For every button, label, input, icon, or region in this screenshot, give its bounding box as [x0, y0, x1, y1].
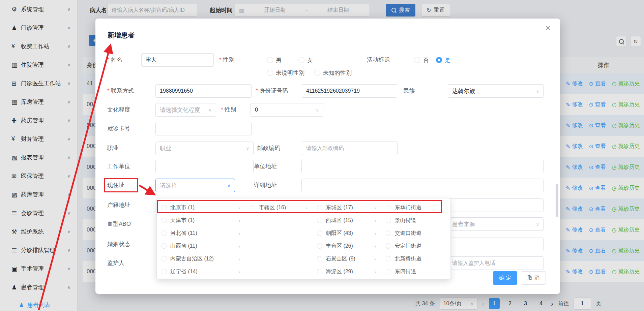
work-addr-input[interactable]: [301, 160, 544, 173]
gender-radio-unknown[interactable]: 未知的性别: [314, 66, 352, 80]
screen: 病人名称 起始时间 ▦ 开始日期 - 结束日期 搜索 ↻ 重置 + ↻ 身份 操…: [0, 0, 644, 311]
cascader-option-beixinqiao[interactable]: 北新桥街道: [381, 252, 450, 265]
chevron-right-icon: ›: [238, 205, 240, 211]
chevron-down-icon: ∨: [208, 107, 212, 113]
gender2-select[interactable]: 0∨: [251, 103, 323, 117]
radio-icon: [162, 218, 167, 223]
radio-icon: [386, 218, 391, 223]
dialog-title: 新增患者: [108, 31, 135, 40]
close-icon[interactable]: ×: [545, 23, 551, 33]
chevron-right-icon: ›: [238, 243, 240, 249]
cascader-option-shanxi[interactable]: 山西省 (11)›: [157, 240, 245, 252]
gender-radio-unstated[interactable]: 未说明性别: [267, 66, 304, 80]
gender-label: 性别: [219, 53, 234, 67]
marriage-label: 婚姻状态: [107, 238, 130, 251]
radio-icon: [386, 230, 391, 236]
cascader-option-tianjin[interactable]: 天津市 (1)›: [157, 214, 245, 227]
radio-icon: [162, 256, 167, 261]
modal-scrollbar[interactable]: [556, 184, 558, 217]
radio-icon: [314, 70, 320, 76]
cascader-option-liaoning[interactable]: 辽宁省 (14)›: [157, 265, 245, 278]
cascader-option-beijing[interactable]: 北京市 (1)›: [157, 201, 245, 214]
confirm-button[interactable]: 确 定: [493, 271, 517, 285]
radio-icon: [267, 70, 273, 76]
marriage-extra-input[interactable]: [448, 238, 544, 251]
work-unit-input[interactable]: [155, 160, 254, 173]
radio-icon: [386, 243, 391, 249]
cascader-option-haidian[interactable]: 海淀区 (29)›: [312, 265, 381, 278]
name-label: 姓名: [107, 53, 122, 67]
idcard-input[interactable]: [302, 84, 397, 98]
chevron-right-icon: ›: [238, 256, 240, 262]
radio-icon: [267, 57, 273, 63]
radio-icon: [162, 243, 167, 249]
postal-input[interactable]: [302, 142, 398, 155]
patient-source-select[interactable]: 患者来源∨: [448, 217, 544, 231]
chevron-right-icon: ›: [374, 205, 376, 211]
contact-input[interactable]: [155, 84, 252, 98]
radio-icon: [386, 205, 391, 210]
chevron-right-icon: ›: [238, 269, 240, 275]
visit-card-label: 就诊卡号: [107, 122, 130, 135]
ethnic-label: 民族: [403, 84, 415, 98]
address-cascader-dropdown: 北京市 (1)› 天津市 (1)› 河北省 (11)› 山西省 (11)› 内蒙…: [156, 198, 451, 279]
postal-label: 邮政编码: [257, 142, 280, 155]
name-input[interactable]: [141, 53, 214, 67]
radio-icon: [250, 205, 255, 210]
education-label: 文化程度: [107, 103, 130, 117]
idcard-label: 身份证号码: [256, 84, 288, 98]
radio-icon: [317, 218, 322, 223]
cascader-option-andingmen[interactable]: 安定门街道: [381, 240, 450, 252]
work-addr-label: 单位地址: [254, 160, 277, 173]
cascader-option-fengtai[interactable]: 丰台区 (26)›: [312, 240, 381, 252]
household-addr-label: 户籍地址: [107, 198, 130, 212]
radio-icon: [317, 256, 322, 261]
cascader-district-column: 东城区 (17)› 西城区 (15)› 朝阳区 (43)› 丰台区 (26)› …: [312, 198, 381, 279]
chevron-up-icon: ∧: [227, 183, 231, 188]
cascader-option-dongsi[interactable]: 东四街道: [381, 265, 450, 278]
visit-card-input[interactable]: [155, 122, 252, 135]
active-radio-yes[interactable]: 是: [436, 53, 450, 67]
chevron-right-icon: ›: [374, 243, 376, 249]
cascader-option-dongcheng[interactable]: 东城区 (17)›: [312, 201, 381, 214]
gender2-label: 性别: [221, 103, 236, 117]
cascader-option-donghuamen[interactable]: 东华门街道: [381, 201, 450, 214]
chevron-right-icon: ›: [305, 205, 307, 211]
radio-icon: [162, 269, 167, 274]
chevron-right-icon: ›: [374, 230, 376, 236]
radio-icon: [298, 57, 304, 63]
active-radio-no[interactable]: 否: [414, 53, 429, 67]
cascader-option-shijingshan[interactable]: 石景山区 (9)›: [312, 252, 381, 265]
cascader-option-neimenggu[interactable]: 内蒙古自治区 (12)›: [157, 252, 245, 265]
radio-icon: [317, 205, 322, 210]
cascader-option-jingshan[interactable]: 景山街道: [381, 214, 450, 227]
chevron-right-icon: ›: [374, 218, 376, 223]
blood-type-label: 血型ABO: [107, 217, 131, 231]
cascader-street-column: 东华门街道 景山街道 交道口街道 安定门街道 北新桥街道 东四街道: [381, 198, 450, 279]
guardian-phone-input[interactable]: [448, 256, 544, 270]
cascader-option-shixiaqu[interactable]: 市辖区 (16)›: [245, 201, 312, 214]
detail-addr-input[interactable]: [301, 179, 544, 192]
ethnic-select[interactable]: 达斡尔族∨: [448, 84, 544, 98]
contact-label: 联系方式: [107, 84, 134, 98]
cascader-option-chaoyang[interactable]: 朝阳区 (43)›: [312, 227, 381, 240]
cascader-city-column: 市辖区 (16)›: [245, 198, 312, 279]
radio-icon: [162, 205, 167, 210]
occupation-label: 职业: [107, 142, 119, 155]
cascader-option-hebei[interactable]: 河北省 (11)›: [157, 227, 245, 240]
gender-radio-male[interactable]: 男: [267, 53, 282, 67]
cascader-option-xicheng[interactable]: 西城区 (15)›: [312, 214, 381, 227]
current-addr-label: 现住址: [107, 179, 124, 192]
cancel-button[interactable]: 取 消: [521, 271, 546, 285]
education-select[interactable]: 请选择文化程度∨: [155, 103, 216, 117]
radio-icon: [386, 269, 391, 274]
occupation-select[interactable]: 职业∨: [155, 142, 254, 155]
gender-radio-female[interactable]: 女: [298, 53, 313, 67]
detail-addr-label: 详细地址: [254, 179, 277, 192]
chevron-right-icon: ›: [238, 230, 240, 236]
current-addr-cascader[interactable]: 请选择∧: [155, 179, 235, 192]
radio-icon: [317, 269, 322, 274]
guardian-label: 监护人: [107, 256, 124, 270]
cascader-option-jiaodaokou[interactable]: 交道口街道: [381, 227, 450, 240]
chevron-right-icon: ›: [374, 256, 376, 262]
